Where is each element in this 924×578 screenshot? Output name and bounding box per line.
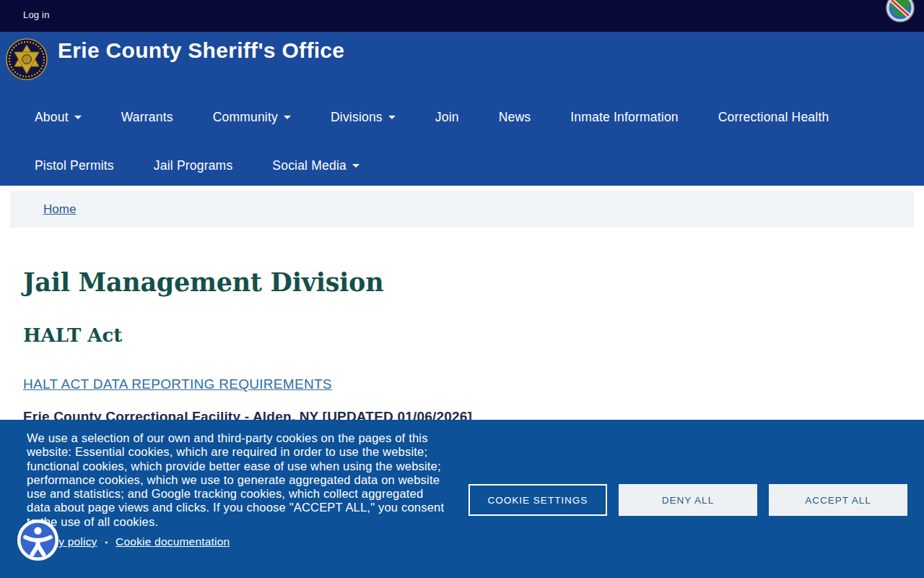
accessibility-icon: [17, 552, 58, 563]
breadcrumb-home-link[interactable]: Home: [43, 202, 76, 217]
bullet-separator: ▪: [105, 538, 108, 546]
nav-item-community[interactable]: Community: [213, 110, 291, 125]
site-title: Erie County Sheriff's Office: [58, 38, 344, 63]
nav-item-news[interactable]: News: [499, 110, 531, 125]
breadcrumb: Home: [10, 191, 914, 228]
county-seal-icon: [886, 0, 915, 22]
main-nav-row-1: About Warrants Community Divisions Join …: [0, 101, 829, 134]
chevron-down-icon: [352, 164, 359, 168]
page-title: Jail Management Division: [23, 267, 383, 297]
nav-item-social-media[interactable]: Social Media: [272, 158, 359, 173]
top-utility-bar: Log in: [0, 0, 924, 32]
nav-item-about[interactable]: About: [35, 110, 82, 125]
chevron-down-icon: [388, 116, 396, 119]
nav-item-join[interactable]: Join: [435, 110, 459, 125]
halt-act-data-reporting-link[interactable]: HALT ACT DATA REPORTING REQUIREMENTS: [23, 376, 332, 392]
nav-item-warrants[interactable]: Warrants: [121, 110, 173, 125]
nav-item-pistol-permits[interactable]: Pistol Permits: [35, 158, 114, 173]
page: Log in Erie Count: [0, 0, 924, 578]
login-link[interactable]: Log in: [23, 9, 50, 20]
sheriff-badge-logo: [6, 38, 48, 80]
accept-all-button[interactable]: ACCEPT ALL: [769, 484, 907, 516]
deny-all-button[interactable]: DENY ALL: [619, 484, 757, 516]
cookie-consent-banner: We use a selection of our own and third-…: [0, 420, 924, 578]
nav-item-correctional-health[interactable]: Correctional Health: [718, 110, 829, 125]
section-title-halt-act: HALT Act: [23, 324, 122, 346]
accessibility-widget-button[interactable]: [17, 519, 58, 561]
cookie-settings-button[interactable]: COOKIE SETTINGS: [468, 484, 607, 516]
chevron-down-icon: [74, 116, 82, 119]
cookie-documentation-link[interactable]: Cookie documentation: [116, 535, 230, 548]
cookie-message: We use a selection of our own and third-…: [27, 431, 445, 529]
cookie-buttons: COOKIE SETTINGS DENY ALL ACCEPT ALL: [468, 484, 907, 516]
nav-item-divisions[interactable]: Divisions: [331, 110, 396, 125]
nav-item-jail-programs[interactable]: Jail Programs: [154, 158, 233, 173]
site-header: Erie County Sheriff's Office About Warra…: [0, 32, 924, 186]
nav-item-inmate-information[interactable]: Inmate Information: [570, 110, 679, 125]
main-nav-row-2: Pistol Permits Jail Programs Social Medi…: [0, 150, 359, 182]
chevron-down-icon: [284, 116, 291, 119]
